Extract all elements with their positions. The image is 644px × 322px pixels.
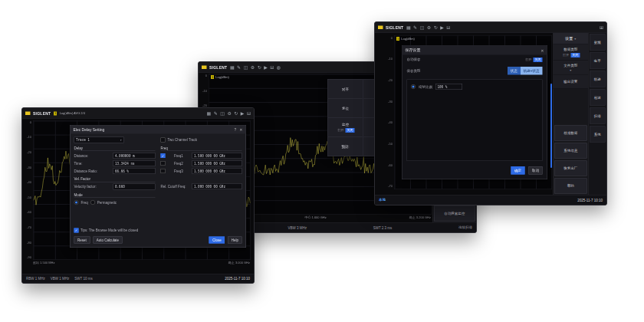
w3-titlebar[interactable]: SIGLENT ▦ ✎ ◫ ⚙ ↻ ▶ ⊟ ⊞ [375,22,606,33]
menu-header[interactable]: 设置▾ [554,33,589,44]
settings-gear-icon[interactable]: ⚙ [227,111,231,116]
grid-view-icon[interactable]: ▦ [406,25,411,30]
window-icon[interactable]: ◫ [244,65,248,70]
radio-freq[interactable] [74,200,79,205]
menu-item-factory-reset[interactable]: 恢复出厂 [554,161,587,176]
w1-titlebar[interactable]: SIGLENT 1 Log(dBm) AVG 2/4 ▦ ✎ ◫ ⚙ ↻ ▶ ⊟ [22,108,254,119]
shortcut-rf[interactable]: 射频 [590,34,606,51]
cutoff-freq-field[interactable]: 1.000 000 00 GHz [192,183,242,189]
close-icon[interactable]: ✕ [239,127,242,132]
shortcut-detector[interactable]: 检波 [590,90,606,106]
menu-item-data-type[interactable]: 数据类型 打开关闭 [554,44,589,61]
tip-checkbox[interactable]: ✓ [74,228,79,233]
time-field[interactable]: 13.3424 ns [113,160,156,166]
scale-value-field[interactable]: 100 % [435,84,462,90]
window-icon[interactable]: ◫ [420,25,425,30]
cancel-button[interactable]: 取消 [529,166,543,175]
analyzer-window-1: SIGLENT 1 Log(dBm) AVG 2/4 ▦ ✎ ◫ ⚙ ↻ ▶ ⊟… [21,107,255,284]
group-vel-factor: Vel. Factor [74,177,156,182]
two-channel-checkbox[interactable]: ✓ [161,138,166,143]
dialog-titlebar[interactable]: Elec Delay Setting ? ✕ [71,126,246,134]
w3-y-axis-labels: 0-10 -20-30 -40-50 -60-70 [383,36,393,188]
close-icon[interactable]: ✕ [540,48,544,53]
trace-legend-number: 1 [54,111,57,115]
siglent-logo-mark [25,112,31,116]
minimize-icon[interactable]: ⊟ [247,111,251,116]
close-button[interactable]: Close [209,237,225,244]
local-badge[interactable]: 本地 [379,198,386,203]
on-off-toggle[interactable]: 打开关闭 [337,128,355,133]
refresh-icon[interactable]: ↻ [258,65,261,70]
freq2-field[interactable]: 1.500 000 00 GHz [192,160,242,166]
menu-item-cal-data[interactable]: 校准数据 [554,126,587,141]
distance-ratio-field[interactable]: 66.66 % [113,168,156,174]
edit-icon[interactable]: ✎ [413,25,417,30]
save-type-segmented-control[interactable]: 状态 轨迹+状态 [508,67,543,75]
auto-save-toggle[interactable]: 打开 关闭 [524,58,543,62]
chevron-down-icon: ▾ [570,69,571,73]
trace-select[interactable]: Trace 1 ▾ [74,137,124,143]
reset-button[interactable]: Reset [74,237,90,244]
on-off-toggle[interactable]: 打开关闭 [561,53,580,58]
refresh-icon[interactable]: ↻ [234,111,238,116]
ok-button[interactable]: 确定 [511,166,525,175]
shortcut-system[interactable]: 系统 [590,127,606,143]
menu-item-output[interactable]: 输出设置 [554,75,589,90]
dialog-title: Elec Delay Setting [74,127,105,132]
help-icon[interactable]: ? [235,127,237,132]
play-icon[interactable]: ▶ [440,25,444,30]
settings-gear-icon[interactable]: ⚙ [427,25,431,30]
panel-titlebar[interactable]: 保存设置 ✕ [402,46,547,55]
record-icon[interactable]: ◍ [277,65,281,70]
minimize-icon[interactable]: ⊟ [270,65,274,70]
settings-gear-icon[interactable]: ⚙ [251,65,255,70]
edit-icon[interactable]: ✎ [214,111,218,116]
menu-item-help[interactable]: 帮助 [554,179,587,194]
menu-cell-align[interactable]: 对齐 [328,80,363,99]
menu-item-auto-search[interactable]: 自动搜索监控 [434,206,475,222]
radio-permagnetic[interactable] [90,200,95,205]
freq2-checkbox[interactable]: ✓ [161,161,166,166]
minimize-icon[interactable]: ⊟ [446,25,450,30]
edit-icon[interactable]: ✎ [237,65,241,70]
freq3-field[interactable]: 1.500 000 00 GHz [192,168,242,174]
group-delay: Delay [74,146,156,152]
freq1-checkbox[interactable]: ✓ [161,153,166,158]
panel-title: 保存设置 [406,48,421,53]
auto-calculate-button[interactable]: Auto Calculate [93,237,122,244]
panel-scrollbar[interactable] [550,84,552,168]
siglent-logo-mark [378,26,383,30]
menu-cell-preset2[interactable]: 预设: [328,137,363,156]
distance-field[interactable]: 4.000000 m [113,153,156,159]
shortcut-sweep[interactable]: 扫描 [590,108,606,124]
menu-item-sys-info[interactable]: 系统信息 [554,143,587,159]
scale-radio[interactable] [411,84,416,89]
play-icon[interactable]: ▶ [264,65,268,70]
group-freq: Freq [161,146,242,152]
shortcut-trace[interactable]: 轨迹 [590,71,606,87]
freq3-checkbox[interactable]: ✓ [161,169,166,173]
desktop-canvas: SIGLENT ▦ ✎ ◫ ⚙ ↻ ▶ ⊟ ◍ ⊞ A Local 0-10 -… [0,0,644,322]
grid-view-icon[interactable]: ▦ [207,111,212,116]
help-button[interactable]: Help [228,237,242,244]
play-icon[interactable]: ▶ [241,111,245,116]
w3-status-bar: 本地 2025-11-7 10:10 [375,195,606,205]
velocity-factor-field[interactable]: 0.660 [113,184,156,190]
menu-cell-monitor[interactable]: 监控 打开关闭 [328,118,363,137]
w2-trace-legend: 1 Log(dBm) [211,75,229,79]
grid-view-icon[interactable]: ▦ [230,65,235,70]
brand-label: SIGLENT [386,25,403,30]
chevron-down-icon: ▾ [574,37,576,41]
analyzer-window-3: SIGLENT ▦ ✎ ◫ ⚙ ↻ ▶ ⊟ ⊞ 0-10 -20-30 -40-… [374,21,607,205]
w3-shortcut-strip: 射频 电平 轨迹 检波 扫描 系统 [588,33,606,195]
w1-y-axis-labels: 0-10 -20-30 -40-50 -60-70 -80-90 [23,120,31,259]
window-icon[interactable]: ◫ [220,111,225,116]
refresh-icon[interactable]: ↻ [434,25,438,30]
dialog-right-column: ✓ Two Channel Track Freq ✓ Freq1 1.500 0… [161,137,242,226]
shortcut-level[interactable]: 电平 [590,53,606,69]
menu-item-file-type[interactable]: 文件类型▾ [554,61,589,75]
freq1-field[interactable]: 1.500 000 00 GHz [192,153,242,159]
apps-icon[interactable]: ⊞ [600,25,603,30]
brand-label: SIGLENT [33,111,51,116]
menu-cell-reset[interactable]: 复位 [328,99,363,118]
